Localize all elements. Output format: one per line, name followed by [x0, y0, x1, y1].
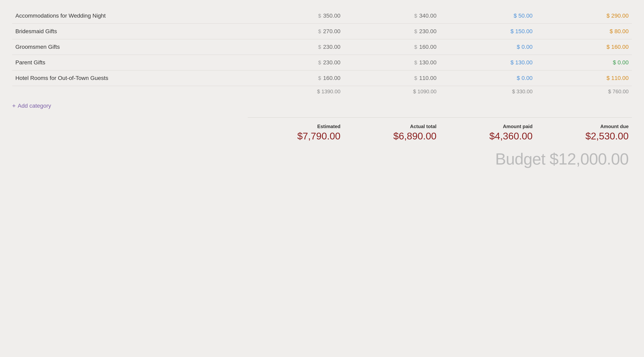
plus-icon: + [12, 102, 16, 109]
table-row: Groomsmen Gifts $ 230.00 $ 160.00 $ 0.00 [12, 39, 632, 55]
table-row: Hotel Rooms for Out-of-Town Guests $ 160… [12, 70, 632, 86]
row-paid: $ 150.00 [440, 24, 536, 39]
totals-row: $ 1390.00 $ 1090.00 $ 330.00 $ 760.00 [12, 86, 632, 100]
actual-amount: 230.00 [419, 28, 436, 34]
estimated-amount: 350.00 [323, 12, 340, 19]
paid-amount: 130.00 [515, 59, 533, 66]
actual-amount: 160.00 [419, 44, 436, 50]
paid-amount: 0.00 [522, 44, 533, 50]
actual-amount: 110.00 [419, 75, 436, 81]
due-value: $2,530.00 [539, 130, 628, 142]
due-amount: 0.00 [618, 59, 629, 66]
actual-amount: 340.00 [419, 12, 436, 19]
due-amount: 290.00 [611, 12, 628, 19]
budget-total-section: Budget $12,000.00 [12, 150, 632, 168]
currency-icon: $ [318, 44, 321, 50]
row-actual: $ 230.00 [344, 24, 440, 39]
row-estimated: $ 350.00 [248, 8, 344, 24]
row-name: Accommodations for Wedding Night [12, 8, 248, 24]
currency-icon: $ [414, 60, 417, 66]
estimated-amount: 230.00 [323, 44, 340, 50]
row-due: $ 110.00 [536, 70, 632, 86]
row-name: Hotel Rooms for Out-of-Town Guests [12, 70, 248, 86]
table-row: Accommodations for Wedding Night $ 350.0… [12, 8, 632, 24]
paid-value: $4,360.00 [443, 130, 533, 142]
actual-label: Actual total [347, 124, 436, 129]
paid-label: Amount paid [443, 124, 533, 129]
currency-icon: $ [414, 13, 417, 19]
row-name: Groomsmen Gifts [12, 39, 248, 55]
row-name: Bridesmaid Gifts [12, 24, 248, 39]
currency-icon: $ [510, 28, 514, 34]
budget-table: Accommodations for Wedding Night $ 350.0… [12, 8, 632, 100]
totals-empty [12, 86, 248, 100]
add-category-label: Add category [18, 102, 51, 109]
paid-amount: 150.00 [515, 28, 533, 34]
currency-icon: $ [517, 44, 520, 50]
currency-icon: $ [318, 13, 321, 19]
estimated-value: $7,790.00 [251, 130, 340, 142]
currency-icon: $ [610, 28, 613, 34]
due-amount: 80.00 [614, 28, 628, 34]
currency-icon: $ [414, 44, 417, 50]
totals-paid: $ 330.00 [440, 86, 536, 100]
row-due: $ 0.00 [536, 55, 632, 70]
totals-due: $ 760.00 [536, 86, 632, 100]
row-paid: $ 130.00 [440, 55, 536, 70]
estimated-amount: 270.00 [323, 28, 340, 34]
due-label: Amount due [539, 124, 628, 129]
currency-icon: $ [318, 60, 321, 66]
currency-icon: $ [510, 59, 514, 66]
summary-estimated: Estimated $7,790.00 [248, 122, 344, 144]
row-paid: $ 0.00 [440, 39, 536, 55]
currency-icon: $ [318, 28, 321, 34]
currency-icon: $ [514, 12, 517, 19]
add-category-button[interactable]: + Add category [12, 102, 51, 109]
row-due: $ 290.00 [536, 8, 632, 24]
estimated-amount: 230.00 [323, 59, 340, 66]
due-amount: 110.00 [611, 75, 628, 81]
estimated-amount: 160.00 [323, 75, 340, 81]
row-actual: $ 130.00 [344, 55, 440, 70]
row-paid: $ 50.00 [440, 8, 536, 24]
summary-section: Estimated $7,790.00 Actual total $6,890.… [12, 122, 632, 144]
actual-amount: 130.00 [419, 59, 436, 66]
table-row: Bridesmaid Gifts $ 270.00 $ 230.00 $ 150… [12, 24, 632, 39]
row-due: $ 160.00 [536, 39, 632, 55]
estimated-label: Estimated [251, 124, 340, 129]
row-estimated: $ 230.00 [248, 39, 344, 55]
row-name: Parent Gifts [12, 55, 248, 70]
table-row: Parent Gifts $ 230.00 $ 130.00 $ 130.00 [12, 55, 632, 70]
currency-icon: $ [606, 12, 610, 19]
due-amount: 160.00 [611, 44, 628, 50]
currency-icon: $ [517, 75, 520, 81]
summary-due: Amount due $2,530.00 [536, 122, 632, 144]
currency-icon: $ [318, 75, 321, 81]
currency-icon: $ [606, 75, 610, 81]
currency-icon: $ [414, 28, 417, 34]
row-estimated: $ 230.00 [248, 55, 344, 70]
row-paid: $ 0.00 [440, 70, 536, 86]
row-actual: $ 340.00 [344, 8, 440, 24]
currency-icon: $ [613, 59, 616, 66]
row-due: $ 80.00 [536, 24, 632, 39]
row-actual: $ 160.00 [344, 39, 440, 55]
currency-icon: $ [414, 75, 417, 81]
actual-value: $6,890.00 [347, 130, 436, 142]
paid-amount: 0.00 [522, 75, 533, 81]
row-estimated: $ 160.00 [248, 70, 344, 86]
row-actual: $ 110.00 [344, 70, 440, 86]
summary-actual: Actual total $6,890.00 [344, 122, 440, 144]
paid-amount: 50.00 [518, 12, 532, 19]
totals-estimated: $ 1390.00 [248, 86, 344, 100]
currency-icon: $ [606, 44, 610, 50]
budget-total: Budget $12,000.00 [495, 150, 628, 168]
row-estimated: $ 270.00 [248, 24, 344, 39]
summary-paid: Amount paid $4,360.00 [440, 122, 536, 144]
totals-actual: $ 1090.00 [344, 86, 440, 100]
